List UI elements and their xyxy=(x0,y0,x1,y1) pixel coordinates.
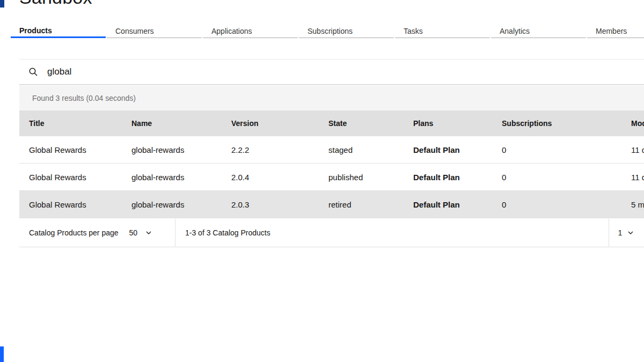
cell-version: 2.0.3 xyxy=(222,191,319,218)
column-header-subscriptions[interactable]: Subscriptions xyxy=(492,110,621,136)
column-header-name[interactable]: Name xyxy=(122,110,222,136)
cell-subscriptions: 0 xyxy=(492,191,621,218)
chevron-down-icon[interactable] xyxy=(626,228,635,237)
cell-name: global-rewards xyxy=(122,191,222,218)
tab-bar: Products Consumers Applications Subscrip… xyxy=(11,18,644,38)
cell-modified: 11 days ago xyxy=(621,136,644,163)
cell-subscriptions: 0 xyxy=(492,164,621,190)
cell-modified: 11 days ago xyxy=(621,164,644,190)
cell-title[interactable]: Global Rewards xyxy=(19,164,122,190)
tab-tasks[interactable]: Tasks xyxy=(395,18,490,38)
tab-products[interactable]: Products xyxy=(11,18,106,38)
results-strip: Found 3 results (0.04 seconds) xyxy=(19,85,644,110)
results-count-text: Found 3 results (0.04 seconds) xyxy=(32,94,136,102)
left-nav-sliver-top xyxy=(0,0,4,8)
cell-subscriptions: 0 xyxy=(492,136,621,163)
cell-name: global-rewards xyxy=(122,136,222,163)
column-header-modified[interactable]: Modified xyxy=(621,110,644,136)
column-header-version[interactable]: Version xyxy=(222,110,319,136)
cell-version: 2.2.2 xyxy=(222,136,319,163)
cell-state: published xyxy=(319,164,404,190)
pagination-range-text: 1-3 of 3 Catalog Products xyxy=(185,228,270,237)
table-row[interactable]: Global Rewards global-rewards 2.0.4 publ… xyxy=(19,164,644,191)
table-row[interactable]: Global Rewards global-rewards 2.2.2 stag… xyxy=(19,136,644,164)
table-header-row: Title Name Version State Plans Subscript… xyxy=(19,110,644,136)
left-nav-sliver-bottom xyxy=(0,346,4,362)
page-title: Sandbox xyxy=(19,0,92,8)
column-header-state[interactable]: State xyxy=(319,110,404,136)
cell-plans[interactable]: Default Plan xyxy=(404,191,492,218)
tab-members[interactable]: Members xyxy=(587,18,644,38)
tab-analytics[interactable]: Analytics xyxy=(491,18,586,38)
pagination-range: 1-3 of 3 Catalog Products xyxy=(175,219,609,247)
cell-state: retired xyxy=(319,191,404,218)
cell-plans[interactable]: Default Plan xyxy=(404,164,492,190)
tab-consumers[interactable]: Consumers xyxy=(107,18,202,38)
cell-modified: 5 months ago xyxy=(621,191,644,218)
per-page-value[interactable]: 50 xyxy=(129,228,138,237)
products-table: Title Name Version State Plans Subscript… xyxy=(19,110,644,218)
cell-plans[interactable]: Default Plan xyxy=(404,136,492,163)
page-number-select[interactable]: 1 xyxy=(609,219,644,247)
table-row[interactable]: Global Rewards global-rewards 2.0.3 reti… xyxy=(19,191,644,218)
cell-title[interactable]: Global Rewards xyxy=(19,191,122,218)
per-page-label: Catalog Products per page xyxy=(29,228,119,237)
chevron-down-icon[interactable] xyxy=(144,228,153,237)
page-number-value[interactable]: 1 xyxy=(618,228,623,237)
search-icon xyxy=(28,67,38,77)
search-bar[interactable]: global xyxy=(19,59,644,85)
cell-name: global-rewards xyxy=(122,164,222,190)
column-header-plans[interactable]: Plans xyxy=(404,110,492,136)
cell-version: 2.0.4 xyxy=(222,164,319,190)
cell-state: staged xyxy=(319,136,404,163)
pagination-bar: Catalog Products per page 50 1-3 of 3 Ca… xyxy=(19,219,644,247)
tab-applications[interactable]: Applications xyxy=(203,18,298,38)
column-header-title[interactable]: Title xyxy=(19,110,122,136)
tab-subscriptions[interactable]: Subscriptions xyxy=(299,18,394,38)
cell-title[interactable]: Global Rewards xyxy=(19,136,122,163)
search-input[interactable]: global xyxy=(47,67,71,77)
per-page-select[interactable]: Catalog Products per page 50 xyxy=(19,219,175,247)
